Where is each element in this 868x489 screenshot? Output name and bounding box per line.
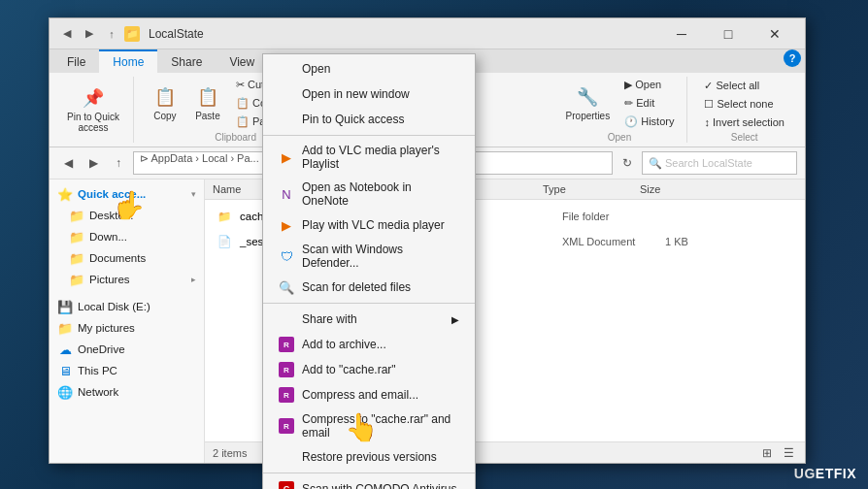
ctx-scan-comodo[interactable]: C Scan with COMODO Antivirus xyxy=(263,476,475,489)
open-label: Open xyxy=(608,132,631,143)
properties-label: Properties xyxy=(566,111,611,121)
ctx-scan-deleted[interactable]: 🔍 Scan for deleted files xyxy=(263,275,475,300)
ctx-compress-email[interactable]: R Compress and email... xyxy=(263,382,475,408)
nav-back-button[interactable]: ◀ xyxy=(57,152,79,174)
sidebar-item-local-disk[interactable]: 💾 Local Disk (E:) xyxy=(50,296,204,317)
sidebar-item-documents[interactable]: 📁 Documents xyxy=(50,247,204,269)
large-icons-view-button[interactable]: ⊞ xyxy=(758,444,776,462)
ctx-open[interactable]: Open xyxy=(263,56,475,82)
sidebar-item-desktop[interactable]: 📁 Deskto... xyxy=(50,205,204,226)
ctx-play-vlc[interactable]: ▶ Play with VLC media player xyxy=(263,212,475,238)
refresh-button[interactable]: ↻ xyxy=(617,152,638,174)
ctx-restore-label: Restore previous versions xyxy=(302,450,437,464)
watermark-suffix: ETFIX xyxy=(816,466,856,481)
column-size-header[interactable]: Size xyxy=(640,183,718,195)
copy-button[interactable]: 📋 Copy xyxy=(146,82,184,124)
ctx-new-window-icon xyxy=(279,86,294,102)
my-pictures-label: My pictures xyxy=(78,322,196,334)
my-pictures-icon: 📁 xyxy=(57,320,73,336)
tab-file[interactable]: File xyxy=(53,49,99,73)
cache-type: File folder xyxy=(562,211,659,222)
sidebar-item-my-pictures[interactable]: 📁 My pictures xyxy=(50,317,204,339)
ctx-scan-deleted-icon: 🔍 xyxy=(279,279,294,295)
sidebar-item-quick-access[interactable]: ⭐ Quick acce... ▾ xyxy=(50,183,204,205)
ctx-pin-label: Pin to Quick access xyxy=(302,113,404,126)
sidebar-item-downloads[interactable]: 📁 Down... xyxy=(50,226,204,247)
pictures-folder-icon: 📁 xyxy=(69,272,84,287)
ctx-add-cache-rar[interactable]: R Add to "cache.rar" xyxy=(263,357,475,382)
ctx-restore-icon xyxy=(279,449,294,465)
ctx-defender-icon: 🛡 xyxy=(279,248,294,264)
open-secondary: ▶ Open ✏ Edit 🕐 History xyxy=(619,77,679,130)
window-title: LocalState xyxy=(149,27,659,41)
open-items: 🔧 Properties ▶ Open ✏ Edit 🕐 History xyxy=(560,77,680,130)
status-bar-right: ⊞ ☰ xyxy=(758,444,797,462)
ctx-open-icon xyxy=(279,61,294,77)
network-icon: 🌐 xyxy=(57,384,73,400)
properties-button[interactable]: 🔧 Properties xyxy=(560,82,617,124)
ctx-open-new-window[interactable]: Open in new window xyxy=(263,82,475,107)
select-all-button[interactable]: ✓ Select all xyxy=(699,78,789,94)
documents-label: Documents xyxy=(89,252,196,264)
ctx-share-with[interactable]: Share with ▶ xyxy=(263,307,475,332)
ctx-scan-deleted-label: Scan for deleted files xyxy=(302,280,411,294)
ctx-archive-label: Add to archive... xyxy=(302,338,386,351)
up-button[interactable]: ↑ xyxy=(102,24,121,44)
status-text: 2 items xyxy=(213,447,247,459)
onedrive-label: OneDrive xyxy=(78,343,196,355)
back-button[interactable]: ◀ xyxy=(57,24,77,44)
close-button[interactable]: ✕ xyxy=(752,19,797,49)
ctx-open-onenote[interactable]: N Open as Notebook in OneNote xyxy=(263,176,475,212)
quick-access-icon: ⭐ xyxy=(57,186,73,202)
ctx-compress-cache-label: Compress to "cache.rar" and email xyxy=(302,412,459,440)
sidebar-item-pictures[interactable]: 📁 Pictures ▸ xyxy=(50,269,204,290)
ctx-compress-cache-email[interactable]: R Compress to "cache.rar" and email xyxy=(263,408,475,444)
sidebar-item-network[interactable]: 🌐 Network xyxy=(50,381,204,403)
ctx-pin-quick[interactable]: Pin to Quick access xyxy=(263,107,475,132)
copy-icon: 📋 xyxy=(153,85,177,109)
minimize-button[interactable]: ─ xyxy=(659,19,704,49)
clipboard-label: Clipboard xyxy=(215,132,256,143)
help-button[interactable]: ? xyxy=(784,49,801,67)
search-box[interactable]: 🔍 Search LocalState xyxy=(642,151,797,175)
ctx-compress-icon: R xyxy=(279,387,294,403)
ctx-add-archive[interactable]: R Add to archive... xyxy=(263,332,475,357)
quick-access-expand: ▾ xyxy=(191,189,196,199)
forward-button[interactable]: ▶ xyxy=(80,24,99,44)
select-none-button[interactable]: ☐ Select none xyxy=(699,96,789,113)
pictures-label: Pictures xyxy=(89,274,186,285)
ribbon-group-select: ✓ Select all ☐ Select none ↕ Invert sele… xyxy=(695,77,797,143)
column-type-header[interactable]: Type xyxy=(543,183,640,195)
ctx-scan-defender[interactable]: 🛡 Scan with Windows Defender... xyxy=(263,238,475,275)
ctx-defender-label: Scan with Windows Defender... xyxy=(302,243,459,270)
ctx-cache-rar-label: Add to "cache.rar" xyxy=(302,363,396,376)
tab-view[interactable]: View xyxy=(216,49,268,73)
ctx-share-icon xyxy=(279,311,294,327)
ctx-onenote-label: Open as Notebook in OneNote xyxy=(302,180,459,208)
watermark: UGETFIX xyxy=(794,466,856,481)
history-button[interactable]: 🕐 History xyxy=(619,114,679,130)
tab-share[interactable]: Share xyxy=(157,49,216,73)
ctx-sep-2 xyxy=(263,303,475,304)
sidebar: ⭐ Quick acce... ▾ 📁 Deskto... 📁 Down... … xyxy=(50,179,205,463)
sidebar-item-this-pc[interactable]: 🖥 This PC xyxy=(50,360,204,381)
ctx-share-arrow: ▶ xyxy=(451,314,459,325)
paste-button[interactable]: 📋 Paste xyxy=(188,82,227,124)
select-items: ✓ Select all ☐ Select none ↕ Invert sele… xyxy=(699,77,789,130)
maximize-button[interactable]: □ xyxy=(706,19,751,49)
select-label: Select xyxy=(731,132,758,143)
edit-button[interactable]: ✏ Edit xyxy=(619,95,679,112)
invert-selection-button[interactable]: ↕ Invert selection xyxy=(699,114,789,130)
ctx-restore-prev[interactable]: Restore previous versions xyxy=(263,444,475,470)
ctx-add-vlc[interactable]: ▶ Add to VLC media player's Playlist xyxy=(263,139,475,176)
ribbon-pin-items: 📌 Pin to Quickaccess xyxy=(61,77,125,143)
open-ribbon-button[interactable]: ▶ Open xyxy=(619,77,679,93)
nav-forward-button[interactable]: ▶ xyxy=(83,152,104,174)
nav-up-button[interactable]: ↑ xyxy=(108,152,129,174)
desktop-folder-icon: 📁 xyxy=(69,208,84,223)
tab-home[interactable]: Home xyxy=(99,49,157,73)
onedrive-icon: ☁ xyxy=(57,342,73,357)
details-view-button[interactable]: ☰ xyxy=(780,444,797,462)
pin-to-quick-access-button[interactable]: 📌 Pin to Quickaccess xyxy=(61,83,125,136)
sidebar-item-onedrive[interactable]: ☁ OneDrive xyxy=(50,339,204,360)
